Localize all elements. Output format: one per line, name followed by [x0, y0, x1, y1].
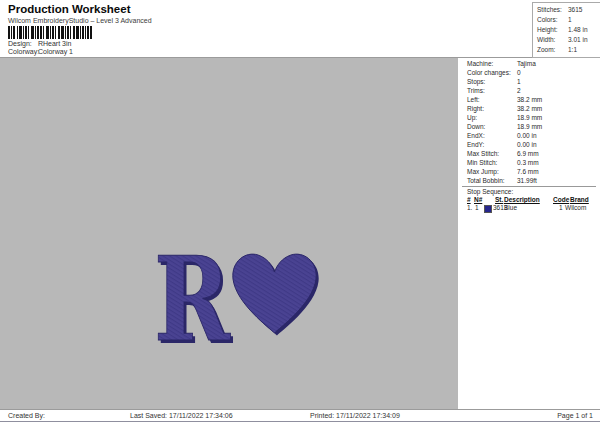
- info-min-stitch: Min Stitch:0.3 mm: [467, 158, 542, 167]
- app-subtitle: Wilcom EmbroideryStudio – Level 3 Advanc…: [8, 17, 152, 24]
- info-endx: EndX:0.00 in: [467, 131, 542, 140]
- design-value: RHeart 3in: [38, 40, 71, 47]
- col-description: Description: [504, 196, 540, 203]
- info-machine: Machine:Tajima: [467, 59, 542, 68]
- page-title: Production Worksheet: [8, 3, 130, 15]
- colorway-row: Colorway: Colorway 1: [8, 48, 73, 55]
- colorway-value: Colorway 1: [38, 48, 73, 55]
- info-left: Left:38.2 mm: [467, 95, 542, 104]
- stop-sequence-divider: [462, 186, 596, 187]
- heart-shape: [233, 254, 316, 333]
- info-panel: Machine:Tajima Color changes:0 Stops:1 T…: [458, 58, 600, 409]
- stat-zoom: Zoom:1:1: [537, 45, 600, 55]
- row-seq: 1.: [467, 204, 472, 211]
- page-number: Page 1 of 1: [557, 412, 593, 419]
- stat-colors: Colors:1: [537, 15, 600, 25]
- production-worksheet-page: Production Worksheet Wilcom EmbroiderySt…: [0, 0, 600, 424]
- row-code: 1: [559, 204, 563, 211]
- col-brand: Brand: [570, 196, 589, 203]
- stat-height: Height:1.48 in: [537, 25, 600, 35]
- info-total-bobbin: Total Bobbin:31.99ft: [467, 176, 542, 185]
- col-code: Code: [553, 196, 569, 203]
- thread-color-swatch: [484, 205, 492, 213]
- row-needle: 1: [475, 204, 479, 211]
- row-description: Blue: [504, 204, 517, 211]
- stat-width: Width:3.01 in: [537, 35, 600, 45]
- info-max-stitch: Max Stitch:6.9 mm: [467, 149, 542, 158]
- col-seq: #: [467, 196, 471, 203]
- col-needle: N#: [474, 196, 482, 203]
- design-canvas: R R: [0, 58, 458, 409]
- stats-box: Stitches:3615 Colors:1 Height:1.48 in Wi…: [532, 2, 600, 58]
- info-down: Down:18.9 mm: [467, 122, 542, 131]
- info-up: Up:18.9 mm: [467, 113, 542, 122]
- row-brand: Wilcom: [565, 204, 586, 211]
- info-max-jump: Max Jump:7.6 mm: [467, 167, 542, 176]
- col-st: St.: [495, 196, 503, 203]
- colorway-label: Colorway:: [8, 48, 36, 55]
- design-row: Design: RHeart 3in: [8, 40, 71, 47]
- last-saved-text: Last Saved: 17/11/2022 17:34:06: [130, 412, 233, 419]
- machine-info: Machine:Tajima Color changes:0 Stops:1 T…: [467, 59, 542, 185]
- info-color-changes: Color changes:0: [467, 68, 542, 77]
- printed-text: Printed: 17/11/2022 17:34:09: [310, 412, 400, 419]
- letter-r: R: [154, 241, 231, 351]
- stat-stitches: Stitches:3615: [537, 5, 600, 15]
- info-stops: Stops:1: [467, 77, 542, 86]
- footer: Created By: Last Saved: 17/11/2022 17:34…: [0, 409, 600, 422]
- info-trims: Trims:2: [467, 86, 542, 95]
- info-endy: EndY:0.00 in: [467, 140, 542, 149]
- info-right: Right:38.2 mm: [467, 104, 542, 113]
- created-by-label: Created By:: [8, 412, 45, 419]
- header: Production Worksheet Wilcom EmbroiderySt…: [0, 0, 600, 58]
- design-label: Design:: [8, 40, 36, 47]
- stop-sequence-title: Stop Sequence:: [467, 188, 513, 195]
- barcode: [8, 26, 92, 39]
- embroidery-design: R R: [140, 241, 335, 351]
